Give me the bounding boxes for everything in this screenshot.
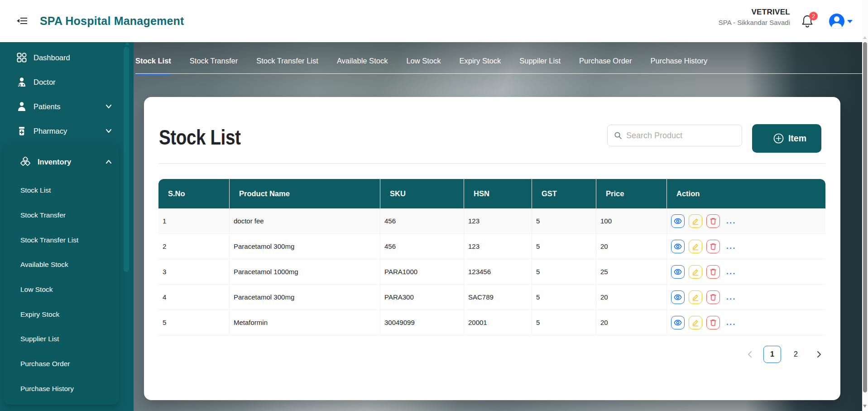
doctor-icon — [17, 77, 27, 87]
tab-stock-list[interactable]: Stock List — [135, 48, 171, 74]
chevron-down-icon — [106, 128, 112, 134]
eye-icon — [674, 293, 682, 301]
stock-list-card: Stock List Item — [144, 97, 840, 400]
sidebar-subitem-label: Stock Transfer List — [20, 236, 78, 244]
trash-icon — [709, 268, 717, 276]
scrollbar-thumb[interactable] — [863, 42, 867, 392]
cell-sno: 1 — [158, 208, 230, 234]
stock-table: S.No Product Name SKU HSN GST Price Acti… — [158, 179, 825, 335]
sidebar-subitem-expiry-stock[interactable]: Expiry Stock — [4, 302, 119, 327]
notifications-button[interactable]: 2 — [801, 14, 819, 34]
sidebar-item-label: Patients — [34, 102, 61, 111]
eye-icon — [674, 268, 682, 276]
sidebar-subitem-stock-transfer[interactable]: Stock Transfer — [4, 203, 119, 228]
chevron-left-icon — [747, 351, 753, 358]
more-actions-button[interactable]: ... — [726, 318, 736, 327]
scrollbar-up-arrow[interactable] — [863, 36, 867, 39]
delete-button[interactable] — [706, 214, 720, 228]
pagination-page-2[interactable]: 2 — [787, 346, 805, 363]
user-menu[interactable] — [829, 14, 853, 29]
sidebar-subitem-purchase-order[interactable]: Purchase Order — [4, 352, 119, 377]
add-item-button[interactable]: Item — [752, 124, 821, 153]
col-header-gst: GST — [532, 179, 596, 208]
trash-icon — [709, 319, 717, 327]
pencil-icon — [691, 242, 700, 251]
tab-expiry-stock[interactable]: Expiry Stock — [460, 48, 501, 74]
top-header: SPA Hospital Management VETRIVEL SPA - S… — [0, 0, 868, 42]
sidebar-item-inventory[interactable]: Inventory — [4, 151, 119, 172]
search-icon — [614, 131, 622, 140]
cell-product: doctor fee — [230, 208, 380, 234]
tab-stock-transfer[interactable]: Stock Transfer — [190, 48, 238, 74]
view-button[interactable] — [671, 214, 685, 228]
delete-button[interactable] — [706, 265, 720, 279]
tab-available-stock[interactable]: Available Stock — [337, 48, 388, 74]
sidebar: Dashboard Doctor Patients — [0, 42, 134, 411]
more-actions-button[interactable]: ... — [726, 217, 736, 226]
edit-button[interactable] — [689, 316, 702, 329]
view-button[interactable] — [671, 240, 685, 253]
app-window: SPA Hospital Management VETRIVEL SPA - S… — [0, 0, 868, 411]
card-divider — [159, 163, 825, 164]
edit-button[interactable] — [689, 265, 702, 279]
cell-product: Metaformin — [230, 310, 380, 335]
sidebar-item-doctor[interactable]: Doctor — [0, 70, 134, 94]
cell-hsn: 123456 — [464, 259, 532, 285]
tab-low-stock[interactable]: Low Stock — [406, 48, 441, 74]
tab-suppiler-list[interactable]: Suppiler List — [519, 48, 561, 74]
sidebar-toggle-icon[interactable] — [16, 15, 28, 26]
user-organization: SPA - Sikkandar Savadi — [719, 19, 790, 26]
more-actions-button[interactable]: ... — [726, 242, 736, 251]
cell-price: 100 — [596, 208, 667, 234]
delete-button[interactable] — [706, 240, 720, 253]
cell-product: Paracetamol 300mg — [230, 285, 380, 310]
edit-button[interactable] — [689, 214, 702, 228]
chevron-down-icon — [106, 104, 112, 109]
inventory-section: Inventory Stock List Stock Transfer Stoc… — [4, 144, 119, 405]
cell-actions: ... — [667, 259, 825, 285]
tab-purchase-order[interactable]: Purchase Order — [579, 48, 632, 74]
sidebar-scrollbar-thumb[interactable] — [124, 47, 129, 272]
sidebar-subitem-available-stock[interactable]: Available Stock — [4, 252, 119, 277]
app-title: SPA Hospital Management — [40, 0, 184, 42]
sidebar-item-patients[interactable]: Patients — [0, 94, 134, 119]
sidebar-subitem-stock-transfer-list[interactable]: Stock Transfer List — [4, 227, 119, 252]
edit-button[interactable] — [689, 240, 702, 253]
cell-sku: 30049099 — [380, 310, 464, 335]
sidebar-item-dashboard[interactable]: Dashboard — [0, 45, 134, 70]
pencil-icon — [691, 293, 700, 301]
more-actions-button[interactable]: ... — [726, 293, 736, 302]
sidebar-subitem-stock-list[interactable]: Stock List — [4, 178, 119, 203]
sidebar-item-pharmacy[interactable]: Pharmacy — [0, 119, 134, 143]
sidebar-subitem-label: Purchase Order — [20, 360, 70, 368]
edit-button[interactable] — [689, 290, 702, 304]
sidebar-subitem-label: Low Stock — [20, 285, 53, 294]
window-scrollbar[interactable] — [862, 0, 868, 411]
chevron-right-icon — [816, 351, 822, 358]
cell-gst: 5 — [532, 208, 596, 234]
view-button[interactable] — [671, 265, 685, 279]
person-icon — [17, 102, 27, 111]
sidebar-item-label: Inventory — [38, 158, 71, 166]
view-button[interactable] — [671, 290, 685, 304]
search-box — [607, 125, 742, 146]
view-button[interactable] — [671, 316, 685, 329]
sidebar-scroll-up-arrow[interactable] — [125, 42, 129, 45]
cell-gst: 5 — [532, 285, 596, 310]
sidebar-subitem-supplier-list[interactable]: Supplier List — [4, 327, 119, 352]
tab-purchase-history[interactable]: Purchase History — [651, 48, 708, 74]
delete-button[interactable] — [706, 290, 720, 304]
more-actions-button[interactable]: ... — [726, 267, 736, 276]
search-input[interactable] — [626, 131, 730, 140]
scrollbar-down-arrow[interactable] — [863, 405, 867, 408]
cell-hsn: SAC789 — [464, 285, 532, 310]
tab-stock-transfer-list[interactable]: Stock Transfer List — [256, 48, 318, 74]
sidebar-subitem-low-stock[interactable]: Low Stock — [4, 277, 119, 302]
sidebar-subitem-label: Stock Transfer — [20, 211, 66, 219]
pagination-prev-button[interactable] — [742, 351, 758, 358]
pagination-page-1[interactable]: 1 — [763, 346, 781, 363]
sidebar-subitem-label: Expiry Stock — [20, 310, 59, 319]
delete-button[interactable] — [706, 316, 720, 329]
sidebar-subitem-purchase-history[interactable]: Purchase History — [4, 377, 119, 401]
pagination-next-button[interactable] — [811, 351, 827, 358]
